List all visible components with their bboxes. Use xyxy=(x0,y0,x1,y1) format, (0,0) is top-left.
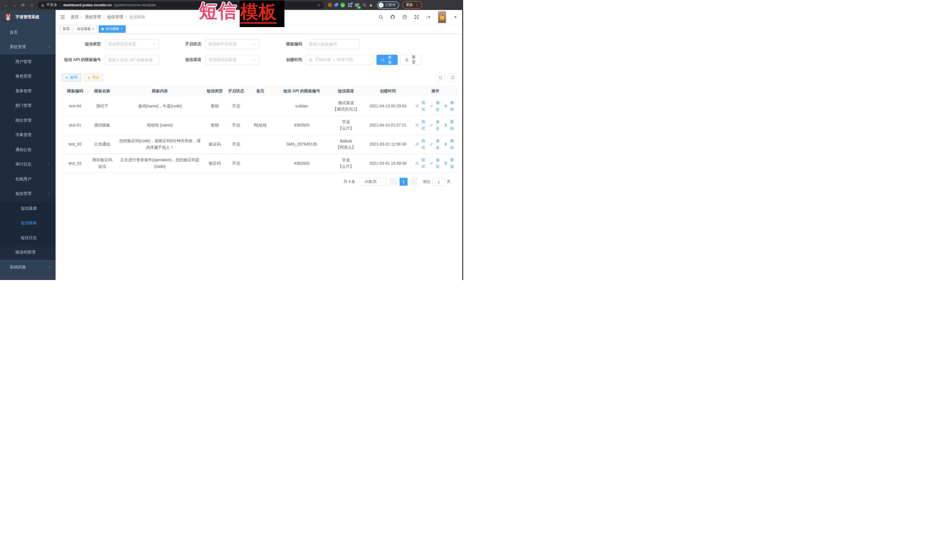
sms-type-select[interactable]: 请选择短信类型 xyxy=(105,39,159,49)
font-size-icon[interactable]: TT xyxy=(426,15,431,20)
search-form-row-2: 短信 API 的模板编号短信渠道请选择短信渠道创建时间开始日期-结束日期搜索重置 xyxy=(62,55,457,65)
edit-link[interactable]: 修改 xyxy=(430,100,442,113)
test-link[interactable]: 测试 xyxy=(415,118,427,131)
delete-link[interactable]: 删除 xyxy=(444,157,456,170)
extension-list-on-icon[interactable]: on xyxy=(355,3,359,7)
reset-button[interactable]: 重置 xyxy=(401,55,422,65)
column-header: 短信渠道 xyxy=(330,88,362,94)
sidebar-item-sms-log[interactable]: 短信日志 xyxy=(0,231,56,245)
breadcrumb-item[interactable]: 短信管理 xyxy=(107,15,123,20)
extension-magnifier-icon[interactable] xyxy=(362,3,366,7)
extension-grid-icon[interactable] xyxy=(348,3,352,7)
fullscreen-icon[interactable] xyxy=(414,15,419,20)
cell: test-01 xyxy=(62,122,89,128)
sidebar-item-post-mgmt[interactable]: 岗位管理 xyxy=(0,113,56,128)
refresh-button[interactable] xyxy=(448,72,457,82)
overflow-menu-icon[interactable]: ⋮ xyxy=(415,3,419,7)
cell-api-template-id: SMS_207945135 xyxy=(274,141,330,148)
scrollbar-track[interactable] xyxy=(462,10,463,280)
sidebar-item-audit-log[interactable]: 审计日志 xyxy=(0,157,56,172)
close-icon[interactable]: × xyxy=(92,27,94,30)
browser-update-button[interactable]: 更新 ⋮ xyxy=(402,1,422,9)
sidebar-item-sms-mgmt[interactable]: 短信管理 xyxy=(0,187,56,201)
sidebar-item-dict-mgmt[interactable]: 字典管理 xyxy=(0,128,56,143)
edit-icon xyxy=(430,162,433,165)
edit-icon xyxy=(430,104,433,108)
sidebar-item-label: 短信管理 xyxy=(15,191,31,196)
sidebar-item-menu-mgmt[interactable]: 菜单管理 xyxy=(0,84,56,98)
tab-sms-template[interactable]: 短信模板× xyxy=(98,25,126,33)
sidebar-item-sms-channel[interactable]: 短信渠道 xyxy=(0,201,56,216)
search-icon[interactable] xyxy=(378,15,383,20)
sms-channel-select[interactable]: 请选择短信渠道 xyxy=(205,55,259,65)
sidebar-item-notice[interactable]: 通知公告 xyxy=(0,142,56,157)
edit-link[interactable]: 修改 xyxy=(430,157,442,170)
sidebar-item-online-users[interactable]: 在线用户 xyxy=(0,172,56,187)
bookmark-star-icon[interactable]: ☆ xyxy=(317,3,321,8)
extension-puzzle-icon[interactable] xyxy=(369,3,373,7)
help-icon[interactable] xyxy=(402,15,407,20)
toggle-search-button[interactable] xyxy=(436,72,445,82)
create-time-daterange[interactable]: 开始日期-结束日期 xyxy=(306,55,373,65)
delete-link[interactable]: 删除 xyxy=(444,118,456,131)
column-header: 操作 xyxy=(413,88,457,94)
sidebar-item-role-mgmt[interactable]: 角色管理 xyxy=(0,69,56,84)
breadcrumb-item[interactable]: 首页 xyxy=(71,15,79,20)
chevron-down-icon xyxy=(47,266,50,269)
cell: 您的验证码{code}，该验证码5分钟内有效，请勿泄漏于他人！ xyxy=(116,137,204,151)
open-status-label: 开启状态 xyxy=(159,42,201,47)
close-icon[interactable]: × xyxy=(121,27,123,30)
extension-green-y-icon[interactable]: y xyxy=(340,3,345,8)
github-icon[interactable] xyxy=(390,15,395,20)
sidebar-item-label: 基础设施 xyxy=(10,265,26,270)
template-code-input[interactable] xyxy=(309,42,357,47)
api-template-id-field[interactable] xyxy=(105,55,159,65)
page-number-button[interactable]: 1 xyxy=(399,178,407,186)
back-icon[interactable]: ← xyxy=(2,2,10,9)
test-link[interactable]: 测试 xyxy=(415,137,427,151)
home-icon[interactable]: ⌂ xyxy=(28,2,35,9)
extension-blue-gem-icon[interactable] xyxy=(334,3,338,7)
avatar-caret-down-icon[interactable] xyxy=(453,15,458,20)
search-button[interactable]: 搜索 xyxy=(377,55,398,65)
app-logo[interactable]: 🐰 芋道管理系统 xyxy=(0,10,56,24)
extensions-row: y on xyxy=(328,3,373,8)
breadcrumb-separator: / xyxy=(81,15,82,20)
goto-page-input[interactable] xyxy=(432,178,445,186)
sidebar-item-home[interactable]: 首页 xyxy=(0,25,56,40)
test-link[interactable]: 测试 xyxy=(415,157,427,170)
sidebar-item-dept-mgmt[interactable]: 部门管理 xyxy=(0,98,56,113)
reload-icon[interactable]: ⟳ xyxy=(20,2,27,9)
sidebar-item-error-code-mgmt[interactable]: 错误码管理 xyxy=(0,245,56,260)
test-link[interactable]: 测试 xyxy=(415,100,427,113)
sidebar-item-infrastructure[interactable]: 基础设施 xyxy=(0,260,56,275)
cell-actions: 测试修改删除 xyxy=(413,157,457,170)
open-status-select[interactable]: 请选择开启状态 xyxy=(205,39,259,49)
prev-page-button[interactable]: ‹ xyxy=(389,178,397,186)
forward-icon[interactable]: → xyxy=(11,2,18,9)
breadcrumb-separator: / xyxy=(103,15,104,20)
browser-profile-badge[interactable]: 😃 已暂停 xyxy=(377,2,399,9)
breadcrumb-item[interactable]: 系统管理 xyxy=(85,15,101,20)
delete-link[interactable]: 删除 xyxy=(444,100,456,113)
next-page-button[interactable]: › xyxy=(410,178,418,186)
api-template-id-input[interactable] xyxy=(108,57,156,62)
sidebar-item-user-mgmt[interactable]: 用户管理 xyxy=(0,54,56,69)
tab-home[interactable]: 首页 xyxy=(60,25,73,33)
chevron-down-icon xyxy=(253,42,256,46)
column-header: 开启状态 xyxy=(225,88,247,94)
user-avatar[interactable]: 👶 xyxy=(438,11,446,23)
page-size-select[interactable]: 10条/页 xyxy=(360,178,387,186)
hamburger-icon[interactable] xyxy=(60,14,65,20)
sidebar-item-sms-template[interactable]: 短信模板 xyxy=(0,216,56,231)
delete-link[interactable]: 删除 xyxy=(444,137,456,151)
extension-orange-ring-icon[interactable] xyxy=(328,3,332,7)
add-button[interactable]: 新增 xyxy=(62,74,81,82)
sidebar-item-system-mgmt[interactable]: 系统管理 xyxy=(0,40,56,55)
edit-link[interactable]: 修改 xyxy=(430,118,442,131)
template-code-field[interactable] xyxy=(306,39,360,49)
export-button[interactable]: 导出 xyxy=(84,74,103,82)
column-header: 短信 API 的模板编号 xyxy=(274,88,330,94)
tab-sms-channel[interactable]: 短信渠道× xyxy=(74,25,97,33)
edit-link[interactable]: 修改 xyxy=(430,137,442,151)
